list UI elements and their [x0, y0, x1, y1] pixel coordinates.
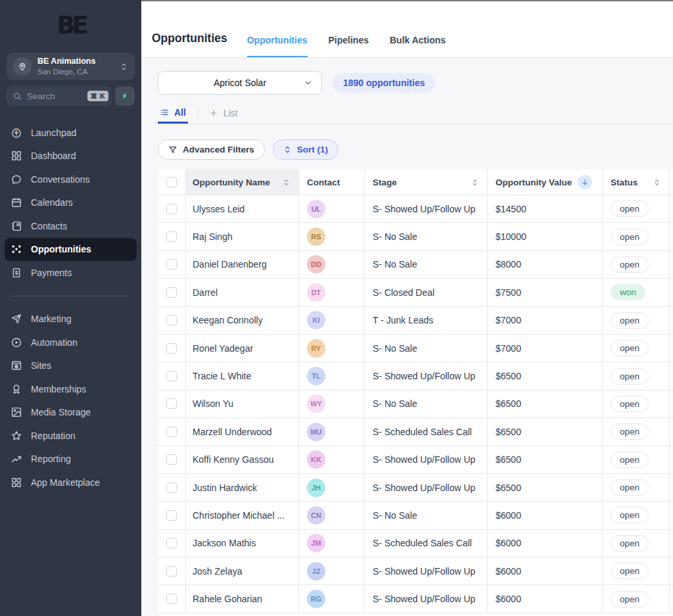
account-switcher[interactable]: BE Animations San Diego, CA	[7, 53, 135, 80]
contact-avatar[interactable]: KI	[307, 311, 325, 329]
select-all-checkbox[interactable]	[166, 177, 177, 187]
row-checkbox-cell	[158, 418, 186, 446]
view-tab-label: List	[223, 108, 238, 118]
opportunity-name-cell[interactable]: Christopher Michael ...	[186, 502, 299, 529]
contact-avatar[interactable]: RG	[307, 590, 325, 608]
pipeline-select[interactable]: Apricot Solar	[158, 71, 322, 95]
contact-avatar[interactable]: JZ	[307, 562, 325, 580]
tab-bulk-actions[interactable]: Bulk Actions	[390, 35, 446, 57]
contact-avatar[interactable]: UL	[307, 200, 325, 218]
sort-updown-icon[interactable]	[471, 179, 478, 186]
row-checkbox[interactable]	[166, 566, 177, 577]
sidebar-item-sites[interactable]: Sites	[5, 354, 137, 378]
contact-avatar[interactable]: WY	[307, 394, 325, 413]
sort-updown-icon[interactable]	[653, 179, 661, 186]
sidebar-item-payments[interactable]: $Payments	[5, 261, 137, 285]
sidebar-item-reputation[interactable]: Reputation	[5, 424, 137, 448]
row-checkbox[interactable]	[166, 427, 177, 437]
opportunity-name-cell[interactable]: Ulysses Leid	[186, 195, 299, 223]
sidebar-item-contacts[interactable]: Contacts	[5, 214, 137, 238]
sort-button[interactable]: Sort (1)	[273, 139, 338, 160]
row-checkbox[interactable]	[166, 204, 177, 214]
view-tab-all[interactable]: All	[158, 103, 188, 124]
column-header-stage[interactable]: Stage	[365, 170, 488, 195]
row-checkbox[interactable]	[166, 483, 177, 493]
row-checkbox[interactable]	[166, 454, 177, 465]
view-tab-list[interactable]: List	[207, 103, 240, 124]
opportunity-name-cell[interactable]: Koffi Kenny Gassou	[186, 446, 299, 474]
opportunity-name-cell[interactable]: Justin Hardwick	[186, 474, 299, 502]
sort-updown-icon[interactable]	[283, 179, 290, 186]
quick-actions-button[interactable]	[115, 86, 135, 106]
contact-avatar[interactable]: JM	[307, 534, 325, 552]
tab-opportunities[interactable]: Opportunities	[247, 35, 308, 57]
table-row: Daniel DanenbergDDS- No Sale$8000open	[158, 251, 673, 279]
sidebar-item-marketing[interactable]: Marketing	[5, 308, 137, 331]
media-storage-icon	[11, 406, 22, 418]
header-tabs: OpportunitiesPipelinesBulk Actions	[247, 1, 446, 57]
sidebar-item-conversations[interactable]: Conversations	[5, 168, 137, 191]
row-checkbox[interactable]	[166, 287, 177, 298]
contact-cell: CN	[299, 502, 365, 529]
row-checkbox[interactable]	[166, 510, 177, 521]
opportunity-name-cell[interactable]: Jackson Mathis	[186, 530, 299, 557]
row-checkbox[interactable]	[166, 315, 177, 325]
location-pin-icon	[13, 57, 32, 76]
contact-avatar[interactable]: DD	[307, 255, 325, 273]
opportunity-name-cell[interactable]: Ronel Yadegar	[186, 335, 299, 362]
sidebar-item-reporting[interactable]: Reporting	[5, 448, 137, 471]
column-header-opportunity-value[interactable]: Opportunity Value	[488, 170, 603, 195]
sidebar-item-dashboard[interactable]: Dashboard	[5, 145, 137, 168]
sidebar-item-media-storage[interactable]: Media Storage	[5, 401, 137, 425]
contact-avatar[interactable]: RS	[307, 227, 325, 246]
sidebar-item-memberships[interactable]: Memberships	[5, 377, 137, 401]
overflow-cell	[670, 585, 673, 613]
status-cell: open	[603, 195, 670, 223]
contact-avatar[interactable]: DT	[307, 283, 325, 302]
contact-avatar[interactable]: MU	[307, 423, 325, 441]
opportunity-name-cell[interactable]: Rahele Goharian	[186, 585, 299, 613]
sidebar-item-opportunities[interactable]: Opportunities	[5, 238, 137, 262]
contact-avatar[interactable]: CN	[307, 506, 325, 525]
column-header-opportunity-name[interactable]: Opportunity Name	[186, 170, 299, 195]
tab-pipelines[interactable]: Pipelines	[329, 35, 369, 57]
row-checkbox[interactable]	[166, 398, 177, 409]
sort-descending-active-icon[interactable]	[578, 175, 592, 189]
opportunity-name-cell[interactable]: Raj Singh	[186, 223, 299, 250]
row-checkbox-cell	[158, 446, 186, 474]
contact-avatar[interactable]: TL	[307, 367, 325, 385]
sidebar-item-calendars[interactable]: Calendars	[5, 191, 137, 215]
opportunity-name-cell[interactable]: Marzell Underwood	[186, 418, 299, 446]
row-checkbox[interactable]	[166, 343, 177, 354]
opportunity-name-cell[interactable]: Daniel Danenberg	[186, 251, 299, 279]
search-input[interactable]: Search ⌘ K	[7, 86, 112, 106]
sidebar-item-app-marketplace[interactable]: App Marketplace	[5, 471, 137, 494]
table-row: Justin HardwickJHS- Showed Up/Follow Up$…	[158, 474, 673, 502]
opportunity-name-cell[interactable]: Keegan Connolly	[186, 307, 299, 335]
opportunity-name-cell[interactable]: Darrel	[186, 279, 299, 306]
view-tabs: AllList	[158, 103, 673, 124]
contact-avatar[interactable]: JH	[307, 479, 325, 497]
opportunity-value-cell: $14500	[488, 195, 603, 223]
contact-avatar[interactable]: RY	[307, 339, 325, 358]
row-checkbox[interactable]	[166, 371, 177, 381]
opportunities-count-badge: 1890 opportunities	[333, 73, 435, 93]
status-cell: open	[603, 585, 670, 613]
row-checkbox[interactable]	[166, 594, 177, 604]
row-checkbox[interactable]	[166, 259, 177, 270]
contact-cell: JZ	[299, 557, 365, 585]
sidebar-item-launchpad[interactable]: Launchpad	[5, 121, 137, 145]
status-badge: open	[611, 229, 649, 245]
row-checkbox-cell	[158, 530, 186, 557]
row-checkbox[interactable]	[166, 538, 177, 548]
opportunity-name-cell[interactable]: Tracie L White	[186, 362, 299, 390]
row-checkbox[interactable]	[166, 231, 177, 242]
opportunity-name-cell[interactable]: Wilson Yu	[186, 391, 299, 418]
opportunity-name-cell[interactable]: Josh Zelaya	[186, 557, 299, 585]
sidebar-item-label: Conversations	[31, 174, 90, 185]
column-header-status[interactable]: Status	[603, 170, 670, 195]
sidebar-item-automation[interactable]: Automation	[5, 331, 137, 354]
contact-avatar[interactable]: KK	[307, 450, 325, 469]
advanced-filters-button[interactable]: Advanced Filters	[158, 139, 265, 160]
status-cell: won	[603, 279, 670, 306]
